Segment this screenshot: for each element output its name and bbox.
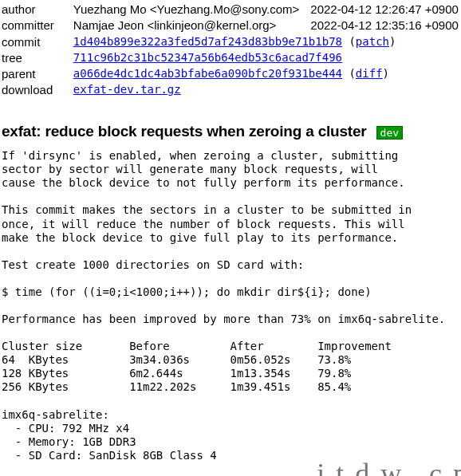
branch-badge[interactable]: dev bbox=[376, 126, 403, 140]
title-row: exfat: reduce block requests when zeroin… bbox=[2, 121, 459, 142]
author-date: 2022-04-12 12:26:47 +0900 bbox=[310, 2, 461, 18]
tree-hash-link[interactable]: 711c96b2c31bc52347a56b64edb53c6acad7f496 bbox=[73, 51, 342, 64]
paren-close: ) bbox=[383, 67, 389, 80]
author-value: Yuezhang Mo <Yuezhang.Mo@sony.com> bbox=[73, 2, 310, 18]
commit-title: exfat: reduce block requests when zeroin… bbox=[2, 121, 367, 142]
parent-value-cell: a066de4dc1dc4ab3bfabe6a090bfc20f931be444… bbox=[73, 66, 461, 82]
parent-hash-link[interactable]: a066de4dc1dc4ab3bfabe6a090bfc20f931be444 bbox=[73, 67, 342, 80]
commit-value-cell: 1d404b899e322a3fed5d7af243d83bb9e71b1b78… bbox=[73, 34, 461, 50]
paren-open: ( bbox=[342, 35, 356, 48]
committer-date: 2022-04-12 12:35:16 +0900 bbox=[310, 18, 461, 33]
commit-header-table: author Yuezhang Mo <Yuezhang.Mo@sony.com… bbox=[2, 2, 461, 99]
tree-key: tree bbox=[2, 50, 73, 66]
commit-message: If 'dirsync' is enabled, when zeroing a … bbox=[2, 149, 459, 462]
author-key: author bbox=[2, 2, 73, 18]
commit-hash-link[interactable]: 1d404b899e322a3fed5d7af243d83bb9e71b1b78 bbox=[73, 35, 342, 48]
download-link[interactable]: exfat-dev.tar.gz bbox=[73, 83, 181, 96]
tree-value-cell: 711c96b2c31bc52347a56b64edb53c6acad7f496 bbox=[73, 50, 461, 66]
parent-key: parent bbox=[2, 66, 73, 82]
paren-close: ) bbox=[389, 35, 396, 48]
committer-value: Namjae Jeon <linkinjeon@kernel.org> bbox=[73, 18, 310, 33]
paren-open: ( bbox=[342, 67, 356, 80]
download-key: download bbox=[2, 82, 73, 98]
patch-link[interactable]: patch bbox=[356, 35, 389, 48]
commit-key: commit bbox=[2, 34, 73, 50]
committer-key: committer bbox=[2, 18, 73, 33]
diff-link[interactable]: diff bbox=[356, 67, 383, 80]
download-value-cell: exfat-dev.tar.gz bbox=[73, 82, 461, 98]
